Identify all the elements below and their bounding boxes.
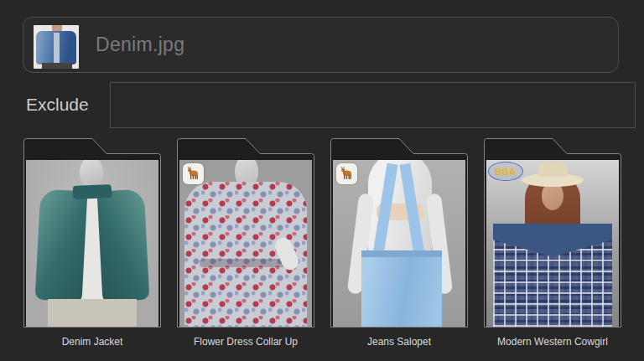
bba-vendor-logo-text: BBA (495, 167, 516, 177)
exclude-input[interactable] (110, 82, 636, 128)
asset-title: Jeans Salopet (330, 336, 469, 348)
asset-card-jeans-salopet[interactable]: Jeans Salopet (330, 137, 469, 348)
asset-card-western-cowgirl[interactable]: BBA Modern Western Cowgirl (483, 137, 622, 348)
jacket-left-shape (35, 189, 88, 302)
asset-thumbnail[interactable] (179, 160, 312, 327)
search-image-chip[interactable] (34, 25, 79, 69)
pants-shape (48, 299, 137, 327)
chip-tee-shape (54, 33, 60, 63)
asset-card-flower-dress[interactable]: Flower Dress Collar Up (176, 137, 315, 348)
deer-vendor-logo-icon (183, 163, 204, 184)
waistband-shape (361, 250, 442, 257)
asset-card-denim-jacket[interactable]: Denim Jacket (23, 137, 162, 348)
asset-title: Modern Western Cowgirl (483, 336, 622, 348)
jeans-shape (361, 250, 442, 327)
search-query-text: Denim.jpg (96, 18, 184, 72)
bba-vendor-logo: BBA (488, 162, 523, 181)
asset-title: Denim Jacket (23, 336, 162, 348)
asset-thumbnail[interactable] (333, 160, 465, 327)
jacket-right-shape (97, 189, 150, 302)
asset-thumbnail[interactable]: BBA (486, 160, 619, 327)
dress-belt-shape (200, 259, 293, 267)
search-bar[interactable]: Denim.jpg (23, 17, 619, 73)
cowboy-hat-crown (538, 162, 568, 177)
asset-search-panel: Denim.jpg Exclude Denim Jacket (0, 0, 644, 361)
asset-thumbnail[interactable] (26, 160, 158, 327)
deer-vendor-logo-icon (336, 163, 357, 184)
exclude-label: Exclude (26, 94, 89, 116)
jacket-collar-shape (73, 184, 112, 199)
chip-pants-shape (42, 63, 72, 69)
asset-title: Flower Dress Collar Up (176, 336, 315, 348)
